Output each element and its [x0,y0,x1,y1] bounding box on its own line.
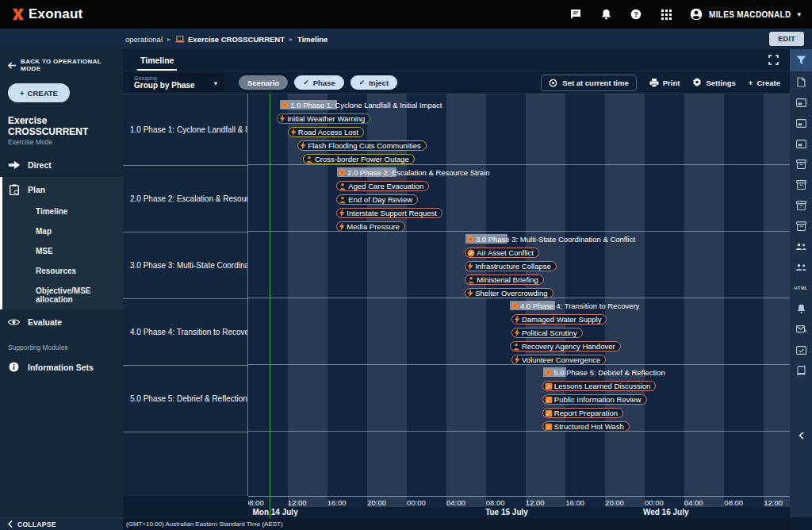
gear-icon [692,78,702,87]
bolt-icon [339,209,345,217]
inject-pill[interactable]: End of Day Review [336,194,418,205]
inject-pill[interactable]: Flash Flooding Cuts Communities [297,140,427,151]
user-name: MILES MACDONALD [709,10,791,19]
inject-pill[interactable]: Air Asset Conflict [465,248,539,258]
sidebar-item-map[interactable]: Map [2,221,123,241]
inject-label: Infrastructure Collapse [475,262,551,271]
inject-pill[interactable]: Road Access Lost [288,127,364,137]
right-tool-strip: HTML [790,49,812,517]
inject-pill[interactable]: Interstate Support Request [336,208,442,218]
inject-label: Cross-border Power Outage [315,155,409,163]
sidebar-item-information-sets[interactable]: Information Sets [0,355,123,379]
archive-icon[interactable] [790,154,812,175]
exonaut-app: Exonaut ? MILES MACDONALD ▾ [0,0,812,530]
inject-pill[interactable]: Initial Weather Warning [277,113,370,124]
sidebar-item-evaluate[interactable]: Evaluate [0,309,123,334]
plus-icon: + [749,79,753,87]
edit-note-icon [545,382,553,390]
archive-icon[interactable] [790,195,812,216]
mail-forward-icon[interactable] [790,319,812,340]
chat-icon[interactable] [569,8,582,21]
phase-row-label[interactable]: 2.0 Phase 2: Escalation & Resource S... [123,166,247,232]
breadcrumb-exercise[interactable]: Exercise CROSSCURRENT [188,35,285,44]
back-to-operational-mode-button[interactable]: BACK TO OPERATIONAL MODE [0,49,123,77]
phase-row-label[interactable]: 1.0 Phase 1: Cyclone Landfall & Initia..… [123,94,247,166]
phase-row-label[interactable]: 5.0 Phase 5: Debrief & Reflection [123,366,247,432]
inject-label: Political Scrutiny [522,328,577,337]
sidebar-item-plan[interactable]: Plan [2,177,123,202]
sidebar-item-mse[interactable]: MSE [2,241,123,261]
tab-timeline[interactable]: Timeline [137,50,177,71]
back-arrow-icon [8,62,16,69]
inject-pill[interactable]: Cross-border Power Outage [303,154,415,164]
card-icon[interactable] [790,92,812,113]
sidebar-item-direct[interactable]: Direct [0,152,123,177]
book-icon[interactable] [790,360,812,381]
inject-pill[interactable]: Infrastructure Collapse [465,261,557,271]
apps-grid-icon[interactable] [660,8,672,21]
inject-pill[interactable]: Volunteer Convergence [511,355,606,365]
phase-bar[interactable]: 5.0 Phase 5: Debrief & Reflection [543,367,665,377]
grouping-select[interactable]: Grouping Group by Phase ▼ [129,73,224,92]
phase-bar[interactable]: 3.0 Phase 3: Multi-State Coordination & … [465,234,635,244]
bolt-icon [300,141,306,150]
collapse-right-panel-icon[interactable] [799,432,804,441]
help-icon[interactable]: ? [630,8,642,21]
chip-inject[interactable]: ✓Inject [350,75,397,90]
filter-icon[interactable] [790,49,812,71]
inject-pill[interactable]: Political Scrutiny [511,328,583,338]
phase-row-label[interactable]: 3.0 Phase 3: Multi-State Coordination... [123,232,247,299]
timeline-chart: 1.0 Phase 1: Cyclone Landfall & Initia..… [123,94,790,518]
inject-pill[interactable]: Report Preparation [542,408,623,418]
inject-pill[interactable]: Structured Hot Wash [542,421,630,432]
sidebar-item-resources[interactable]: Resources [2,261,123,281]
notifications-bell-icon[interactable] [599,8,612,21]
phase-bar[interactable]: 1.0 Phase 1: Cyclone Landfall & Initial … [280,100,442,109]
create-button[interactable]: + CREATE [8,83,70,102]
bolt-icon [514,355,520,364]
phase-bar-label: 4.0 Phase 4: Transition to Recovery [520,301,640,310]
inject-pill[interactable]: Aged Care Evacuation [336,181,429,191]
phase-bar[interactable]: 4.0 Phase 4: Transition to Recovery [510,301,640,310]
inject-pill[interactable]: Public Information Review [542,394,647,405]
people-icon[interactable] [790,257,812,278]
inject-pill[interactable]: Ministerial Briefing [465,275,544,285]
archive-icon[interactable] [790,175,812,195]
tick-label: 12:00 [764,498,783,507]
settings-button[interactable]: Settings [692,78,735,87]
sidebar-collapse-button[interactable]: COLLAPSE [0,517,123,530]
card-icon[interactable] [790,133,812,154]
file-icon[interactable] [790,71,812,92]
people-icon[interactable] [790,236,812,257]
breadcrumb-operational[interactable]: operational [125,35,163,44]
inject-pill[interactable]: Lessons Learned Discussion [542,381,656,391]
phase-bar-label: 2.0 Phase 2: Escalation & Resource Strai… [347,168,490,177]
card-check-icon[interactable] [790,340,812,360]
tick-label: 12:00 [526,498,545,507]
set-at-current-time-button[interactable]: Set at current time [541,75,636,91]
inject-label: Road Access Lost [298,128,358,136]
phase-row-label[interactable]: 4.0 Phase 4: Transition to Recovery [123,299,247,366]
inject-pill[interactable]: Shelter Overcrowding [465,288,553,298]
chip-scenario[interactable]: Scenario [239,75,288,90]
phase-icon [282,102,289,109]
sidebar-item-objective-mse-allocation[interactable]: Objective/MSE allocation [2,281,123,309]
user-menu[interactable]: MILES MACDONALD ▾ [690,8,801,21]
chip-phase[interactable]: ✓Phase [294,75,344,90]
create-timeline-item-button[interactable]: + Create [749,79,780,87]
inject-pill[interactable]: Recovery Agency Handover [510,341,621,351]
print-button[interactable]: Print [649,79,680,87]
fullscreen-icon[interactable] [768,55,779,65]
html-icon[interactable]: HTML [790,278,812,298]
grouping-caret-icon: ▼ [213,80,219,87]
inject-label: Structured Hot Wash [554,422,624,431]
phase-bar[interactable]: 2.0 Phase 2: Escalation & Resource Strai… [337,167,490,177]
archive-icon[interactable] [790,216,812,236]
edit-button[interactable]: EDIT [769,32,804,46]
inject-pill[interactable]: Media Pressure [336,221,405,232]
timeline-toolbar: Grouping Group by Phase ▼ Scenario✓Phase… [123,71,790,94]
card-icon[interactable] [790,113,812,133]
bell-icon[interactable] [790,298,812,319]
inject-pill[interactable]: Damaged Water Supply [511,314,607,325]
sidebar-item-timeline[interactable]: Timeline [2,202,123,221]
